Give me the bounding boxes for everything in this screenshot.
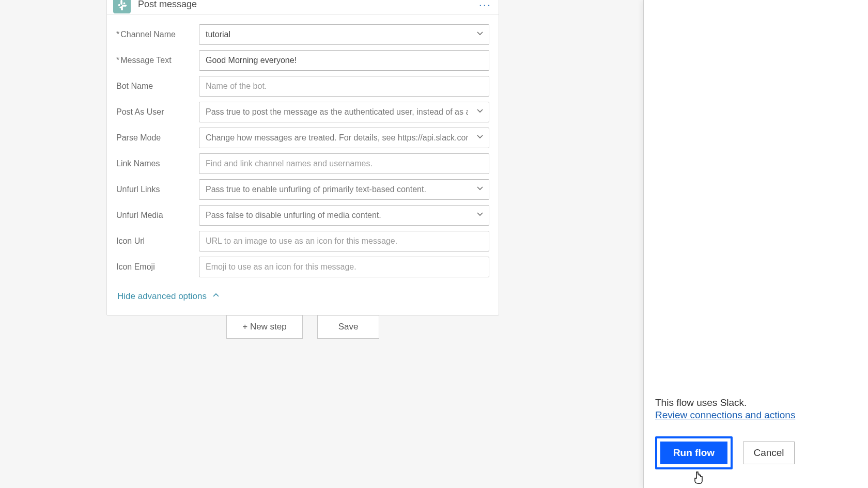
run-flow-panel: This flow uses Slack. Review connections… — [643, 0, 868, 488]
unfurl-links-label: Unfurl Links — [116, 185, 199, 194]
hide-advanced-options-toggle[interactable]: Hide advanced options — [117, 291, 220, 302]
link-names-input[interactable] — [199, 153, 489, 174]
panel-info-text: This flow uses Slack. — [655, 397, 857, 408]
card-header[interactable]: Post message ··· — [107, 0, 499, 15]
unfurl-media-label: Unfurl Media — [116, 211, 199, 220]
chevron-up-icon — [212, 291, 220, 302]
post-as-user-select[interactable] — [199, 102, 489, 122]
channel-name-select[interactable] — [199, 24, 489, 45]
bot-name-label: Bot Name — [116, 82, 199, 91]
icon-url-label: Icon Url — [116, 237, 199, 246]
bot-name-input[interactable] — [199, 76, 489, 97]
parse-mode-select[interactable] — [199, 128, 489, 148]
run-flow-button[interactable]: Run flow — [660, 442, 727, 464]
cancel-button[interactable]: Cancel — [743, 442, 795, 464]
parse-mode-label: Parse Mode — [116, 133, 199, 143]
message-text-input[interactable] — [199, 50, 489, 71]
message-text-label: *Message Text — [116, 56, 199, 65]
post-message-action-card: Post message ··· *Channel Name *Message … — [106, 0, 499, 316]
run-flow-highlight: Run flow — [655, 436, 733, 469]
slack-icon — [113, 0, 131, 13]
icon-emoji-label: Icon Emoji — [116, 262, 199, 272]
hide-advanced-label: Hide advanced options — [117, 291, 207, 302]
unfurl-links-select[interactable] — [199, 179, 489, 200]
unfurl-media-select[interactable] — [199, 205, 489, 226]
card-body: *Channel Name *Message Text Bot Name — [107, 15, 499, 315]
card-menu-ellipsis-icon[interactable]: ··· — [479, 0, 491, 12]
link-names-label: Link Names — [116, 159, 199, 168]
card-title: Post message — [138, 0, 197, 10]
post-as-user-label: Post As User — [116, 107, 199, 117]
designer-footer-buttons: + New step Save — [106, 315, 499, 339]
channel-name-label: *Channel Name — [116, 30, 199, 39]
new-step-button[interactable]: + New step — [226, 315, 303, 339]
flow-designer-canvas: Post message ··· *Channel Name *Message … — [0, 0, 643, 488]
icon-url-input[interactable] — [199, 231, 489, 251]
icon-emoji-input[interactable] — [199, 257, 489, 277]
save-button[interactable]: Save — [317, 315, 379, 339]
review-connections-link[interactable]: Review connections and actions — [655, 410, 795, 421]
